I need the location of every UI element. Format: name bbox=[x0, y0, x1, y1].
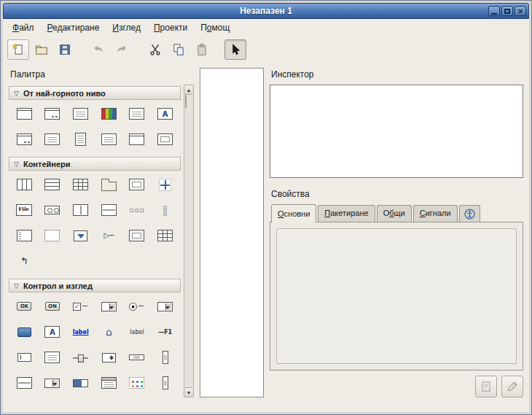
palette-item-toggle-button[interactable]: ON bbox=[39, 298, 67, 315]
palette-item-vscrollbar[interactable] bbox=[151, 349, 179, 366]
toggle-button-icon: ON bbox=[45, 302, 60, 311]
palette-item-check-button[interactable] bbox=[66, 298, 95, 315]
cut-button[interactable] bbox=[144, 39, 166, 60]
palette-item-image[interactable] bbox=[10, 323, 39, 341]
palette-item-hscale[interactable] bbox=[66, 349, 95, 366]
palette-item-link-button[interactable]: label bbox=[66, 323, 95, 341]
palette-item-font-selection-dialog[interactable]: A bbox=[151, 105, 179, 123]
palette-item-hscrollbar[interactable] bbox=[123, 349, 152, 366]
menu-help[interactable]: Помощ bbox=[194, 20, 236, 35]
scrolled-window-icon bbox=[74, 230, 87, 241]
menu-view[interactable]: Изглед bbox=[106, 20, 147, 35]
tab-packing[interactable]: Пакетиране bbox=[318, 205, 375, 222]
scrollbar-trough[interactable] bbox=[184, 95, 194, 387]
palette-item-notebook[interactable] bbox=[95, 176, 123, 193]
palette-item-about-dialog[interactable] bbox=[95, 131, 123, 148]
palette-item-frame[interactable] bbox=[123, 176, 152, 193]
palette-item-plug-window[interactable] bbox=[151, 131, 179, 148]
palette-item-handle-box[interactable] bbox=[10, 227, 39, 244]
scrollbar-thumb[interactable] bbox=[185, 95, 187, 109]
design-canvas[interactable] bbox=[200, 68, 264, 397]
palette-item-font-button[interactable]: ⌂ bbox=[95, 323, 123, 341]
close-button[interactable]: × bbox=[515, 6, 526, 16]
palette-item-fixed[interactable] bbox=[151, 176, 179, 193]
scroll-down-button[interactable]: ▼ bbox=[184, 387, 194, 397]
open-button[interactable] bbox=[31, 39, 52, 60]
file-chooser-dialog-icon bbox=[129, 108, 144, 120]
palette-item-button[interactable]: OK bbox=[10, 298, 39, 315]
copy-button[interactable] bbox=[168, 39, 189, 60]
inspector-view[interactable] bbox=[270, 85, 523, 178]
maximize-button[interactable] bbox=[501, 6, 513, 16]
color-selection-dialog-icon bbox=[101, 108, 117, 120]
palette-item-vseparator[interactable] bbox=[151, 374, 179, 392]
palette-item-layout[interactable] bbox=[39, 227, 67, 244]
menu-projects[interactable]: Проекти bbox=[147, 20, 194, 35]
menu-file[interactable]: Файл bbox=[6, 20, 41, 35]
palette-item-radio-button[interactable] bbox=[123, 298, 152, 315]
palette-item-toolbar[interactable] bbox=[39, 201, 67, 219]
palette-item-file-chooser-dialog[interactable] bbox=[123, 105, 152, 123]
edit-button[interactable] bbox=[501, 376, 523, 397]
undo-button[interactable] bbox=[87, 39, 109, 60]
palette-item-scrolled-window[interactable] bbox=[66, 227, 95, 244]
palette-item-aspect-frame[interactable] bbox=[151, 227, 179, 244]
palette-item-text-entry[interactable] bbox=[10, 349, 39, 366]
scroll-up-button[interactable]: ▲ bbox=[184, 85, 194, 95]
palette-item-vbox[interactable] bbox=[39, 176, 67, 193]
close-icon: × bbox=[517, 7, 523, 15]
palette-item-accel-label[interactable]: —F1 bbox=[151, 323, 179, 341]
selector-button[interactable] bbox=[224, 39, 246, 60]
palette-item-input-dialog[interactable] bbox=[10, 131, 39, 148]
palette-item-message-dialog[interactable] bbox=[66, 105, 95, 123]
palette-item-option-menu[interactable] bbox=[151, 298, 179, 315]
palette-item-file-selection[interactable] bbox=[39, 131, 67, 148]
palette-section-toplevel[interactable]: ▽ От най-горното ниво bbox=[9, 86, 181, 100]
palette-item-hseparator[interactable] bbox=[10, 374, 39, 392]
palette-section-controls[interactable]: ▽ Контрол и изглед bbox=[9, 279, 181, 292]
image-icon bbox=[17, 327, 31, 337]
palette-item-hpaned[interactable] bbox=[66, 201, 95, 219]
palette-section-containers[interactable]: ▽ Контейнери bbox=[9, 157, 181, 171]
palette-item-hbutton-box[interactable]: ▫▫▫ bbox=[123, 201, 152, 219]
palette-item-combo-box-entry[interactable] bbox=[39, 374, 67, 392]
progress-bar-icon bbox=[73, 379, 88, 387]
palette-item-icon-view[interactable] bbox=[123, 374, 152, 392]
titlebar[interactable]: Незапазен 1 × bbox=[3, 3, 529, 19]
palette-item-color-selection-dialog[interactable] bbox=[95, 105, 123, 123]
new-button[interactable] bbox=[7, 39, 29, 60]
save-button[interactable] bbox=[54, 39, 76, 60]
minimize-button[interactable] bbox=[488, 6, 500, 16]
paste-button[interactable] bbox=[191, 39, 213, 60]
right-pane: Инспектор Свойства Основни Пакетиране Об… bbox=[270, 68, 523, 397]
plug-window-icon bbox=[157, 133, 173, 145]
redo-button[interactable] bbox=[111, 39, 133, 60]
palette-item-assistant[interactable] bbox=[123, 131, 152, 148]
menu-edit[interactable]: Редактиране bbox=[41, 20, 106, 35]
palette-item-table[interactable] bbox=[66, 176, 95, 193]
properties-tabs: Основни Пакетиране Общи Сигнали bbox=[270, 204, 523, 222]
tab-common[interactable]: Общи bbox=[377, 205, 412, 222]
doc-info-button[interactable] bbox=[475, 376, 497, 397]
palette-item-dialog[interactable] bbox=[39, 105, 67, 123]
palette-item-tree-view[interactable] bbox=[95, 374, 123, 392]
palette-item-hbox[interactable] bbox=[10, 176, 39, 193]
palette-item-label[interactable]: A bbox=[39, 323, 67, 341]
palette-item-expander[interactable]: ▷─ bbox=[95, 227, 123, 244]
tab-general[interactable]: Основни bbox=[271, 204, 316, 222]
palette-item-alignment[interactable]: ↰ bbox=[10, 252, 39, 270]
palette-item-window[interactable] bbox=[10, 105, 39, 123]
palette-item-recent-chooser-dialog[interactable] bbox=[66, 131, 95, 148]
palette-item-vpaned[interactable] bbox=[95, 201, 123, 219]
palette-item-spin-button[interactable] bbox=[95, 349, 123, 366]
palette-item-vbutton-box[interactable]: ▫ ▫ ▫ bbox=[151, 201, 179, 219]
palette-item-progress-bar[interactable] bbox=[66, 374, 95, 392]
tab-accessibility[interactable] bbox=[459, 205, 480, 222]
tab-signals[interactable]: Сигнали bbox=[413, 205, 458, 222]
palette-item-menu-bar[interactable]: File bbox=[10, 201, 39, 219]
palette-item-text-label[interactable]: label bbox=[123, 323, 152, 341]
palette-item-text-view[interactable] bbox=[39, 349, 67, 366]
palette-item-viewport[interactable] bbox=[123, 227, 152, 244]
combo-box-entry-icon bbox=[44, 379, 60, 388]
palette-item-combo-box[interactable] bbox=[95, 298, 123, 315]
